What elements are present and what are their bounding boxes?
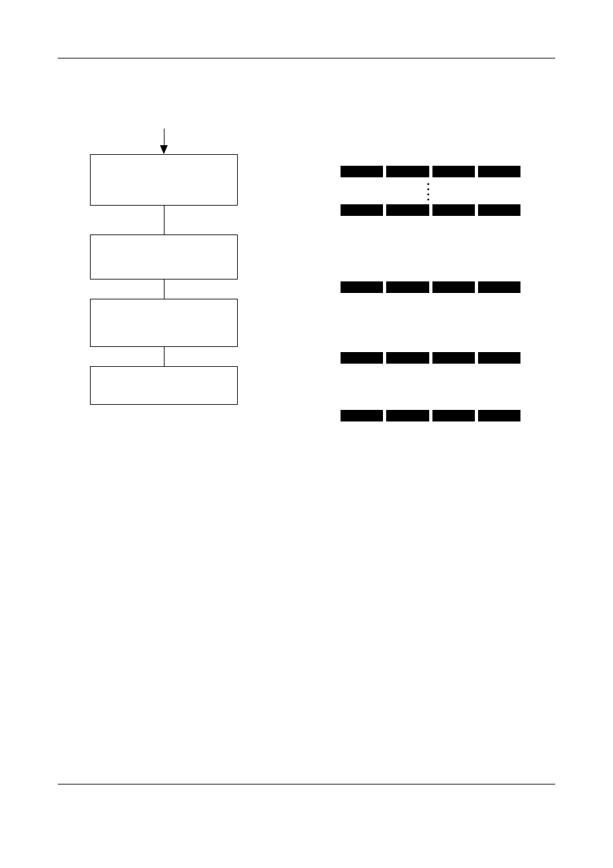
flow-box-3 (90, 299, 238, 347)
data-cell (341, 352, 383, 364)
flow-box-2 (90, 235, 238, 279)
page (0, 0, 613, 868)
flow-connector-3 (164, 347, 164, 366)
data-cell (478, 281, 520, 293)
data-cell (478, 204, 520, 216)
data-cell (341, 204, 383, 216)
data-cell (432, 352, 475, 364)
flow-connector-1 (164, 206, 164, 235)
data-cell (386, 204, 429, 216)
data-cell (432, 166, 475, 177)
data-cell (478, 352, 520, 364)
data-cell (341, 281, 383, 293)
data-cell (341, 166, 383, 177)
data-strip-group1-row1 (341, 166, 520, 177)
data-strip-4 (341, 410, 520, 421)
bottom-rule (58, 784, 555, 784)
data-cell (432, 204, 475, 216)
arrow-down-icon (160, 145, 168, 154)
data-cell (432, 281, 475, 293)
data-strip-2 (341, 281, 520, 293)
data-strip-3 (341, 352, 520, 364)
data-cell (386, 166, 429, 177)
flow-connector-2 (164, 279, 164, 299)
data-cell (386, 281, 429, 293)
data-cell (432, 410, 475, 421)
flow-box-1 (90, 154, 238, 206)
data-cell (386, 352, 429, 364)
data-cell (478, 166, 520, 177)
data-strip-group1-row2 (341, 204, 520, 216)
data-cell (341, 410, 383, 421)
data-cell (478, 410, 520, 421)
vertical-ellipsis-icon (427, 183, 429, 200)
data-cell (386, 410, 429, 421)
top-rule (58, 58, 555, 58)
flow-box-4 (90, 366, 238, 405)
